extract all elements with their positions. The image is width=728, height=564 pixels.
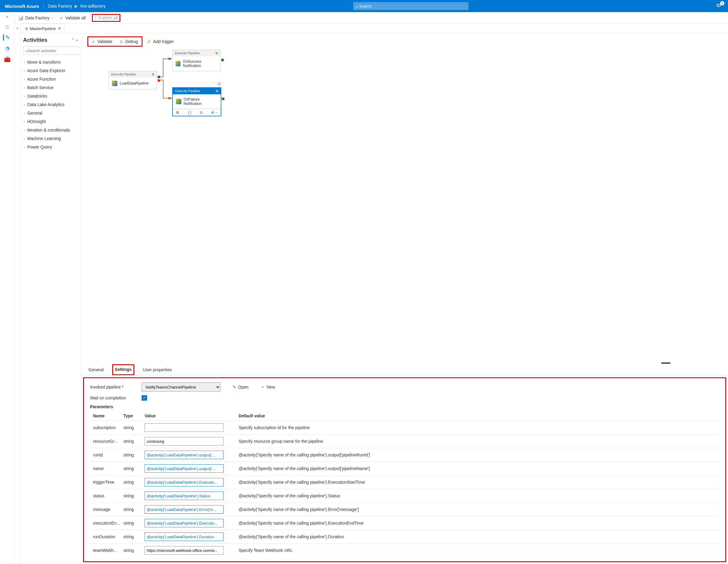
popout-icon[interactable]: ⧉ (216, 89, 218, 93)
param-value-input[interactable] (145, 437, 223, 445)
brand-label[interactable]: Microsoft Azure (5, 4, 39, 9)
breakpoint-marker[interactable] (218, 82, 221, 86)
new-pipeline-button[interactable]: ＋New (260, 384, 275, 390)
category-label: Databricks (27, 94, 47, 99)
tab-user-properties[interactable]: User properties (142, 364, 173, 375)
param-value-input[interactable] (145, 532, 223, 541)
check-icon: ✓ (60, 15, 63, 20)
failure-output-port[interactable] (158, 79, 160, 82)
breadcrumb-live-adfactory[interactable]: live-adfactory (80, 4, 106, 8)
validate-button[interactable]: ✓Validate (90, 38, 114, 45)
activity-category[interactable]: ›Machine Learning (23, 134, 79, 143)
popout-icon[interactable]: ⧉ (152, 72, 154, 76)
success-output-port[interactable] (158, 76, 160, 78)
activity-category[interactable]: ›Databricks (23, 92, 79, 100)
param-default: Specify subscription id for the pipeline (239, 425, 716, 430)
pipeline-canvas[interactable]: Execute Pipeline⧉ LoadDataPipeline Execu… (81, 50, 728, 364)
table-row: triggerTimestring@activity('Specify name… (90, 475, 719, 489)
node-onfailure[interactable]: Execute Pipeline⧉ OnFailure Notification… (172, 87, 221, 116)
tab-general[interactable]: General (87, 364, 105, 375)
param-value-input[interactable] (145, 464, 223, 473)
author-icon[interactable]: ✎ (3, 35, 10, 41)
factory-selector[interactable]: 📊 Data Factory ⌄ (18, 15, 54, 20)
category-label: Iteration & conditionals (27, 128, 70, 133)
code-icon[interactable]: { } (188, 110, 191, 115)
manage-icon[interactable]: 🧰 (4, 56, 10, 62)
tab-settings[interactable]: Settings (112, 364, 134, 375)
param-type: string (123, 521, 145, 525)
param-name: status (93, 493, 123, 498)
success-output-port[interactable] (222, 98, 224, 100)
table-row: resourceGr...stringSpecify resource grou… (90, 434, 719, 448)
canvas-toolbar: ✓Validate ▷Debug ⚡Add trigger (81, 33, 728, 50)
activity-category[interactable]: ›Power Query (23, 143, 79, 151)
param-default: @activity('Specify name of the calling p… (239, 480, 716, 485)
chevron-right-icon: › (24, 137, 25, 140)
debug-button[interactable]: ▷Debug (119, 38, 140, 45)
validate-all-button[interactable]: ✓ Validate all (60, 15, 86, 20)
search-icon: ⌕ (356, 4, 358, 8)
param-type: string (123, 452, 145, 457)
close-icon[interactable]: ✕ (58, 26, 61, 31)
param-name: teamWebh... (93, 548, 123, 553)
collapse-icons[interactable]: ˅ « (72, 38, 79, 42)
left-rail: » ⌂ ✎ ◔ 🧰 (0, 12, 15, 564)
breadcrumb-data-factory[interactable]: Data Factory (48, 4, 72, 8)
activity-category[interactable]: ›Iteration & conditionals (23, 126, 79, 134)
invoked-pipeline-select[interactable]: NotifyTeamsChannelPipeline (142, 382, 220, 391)
activity-category[interactable]: ›Azure Function (23, 75, 79, 83)
activity-category[interactable]: ›Data Lake Analytics (23, 100, 79, 109)
open-label: Open (238, 384, 248, 389)
node-onsuccess[interactable]: Execute Pipeline⧉ OnSuccess Notification (172, 50, 221, 71)
add-output-icon[interactable]: ⊕→ (211, 110, 218, 115)
connector-failure (159, 80, 172, 101)
activity-category[interactable]: ›Move & transform (23, 58, 79, 66)
activities-search[interactable]: ⌕ (23, 46, 79, 55)
param-value-input[interactable] (145, 492, 223, 500)
param-default: @activity('Specify name of the calling p… (239, 534, 716, 539)
global-search[interactable]: ⌕ (353, 2, 468, 10)
success-output-port[interactable] (221, 59, 224, 61)
param-value-input[interactable] (145, 451, 223, 459)
activity-category[interactable]: ›Azure Data Explorer (23, 66, 79, 75)
param-name: runId (93, 452, 123, 457)
param-value-input[interactable] (145, 423, 223, 432)
monitor-icon[interactable]: ◔ (4, 45, 10, 52)
notifications-button[interactable]: 1 (716, 2, 723, 10)
copy-icon[interactable]: ⧉ (200, 110, 203, 115)
node-loaddatapipeline[interactable]: Execute Pipeline⧉ LoadDataPipeline (109, 71, 157, 89)
category-label: Batch Service (27, 85, 53, 90)
delete-icon[interactable]: 🗑 (176, 110, 179, 115)
param-value-input[interactable] (145, 478, 223, 486)
tab-masterpipeline[interactable]: ⎗ MasterPipeline ✕ (22, 24, 65, 33)
expand-rail-icon[interactable]: » (6, 15, 8, 19)
activities-search-input[interactable] (28, 49, 79, 53)
param-type: string (123, 466, 145, 471)
expand-explorer-button[interactable]: » (15, 24, 21, 564)
open-pipeline-button[interactable]: ✎Open (233, 384, 248, 390)
param-value-input[interactable] (145, 546, 223, 555)
param-type: string (123, 425, 145, 430)
factory-toolbar: 📊 Data Factory ⌄ ✓ Validate all ⤴ Publis… (15, 12, 728, 24)
param-value-input[interactable] (145, 519, 223, 527)
activity-category[interactable]: ›HDInsight (23, 117, 79, 126)
check-icon: ✓ (92, 39, 96, 44)
activity-category[interactable]: ›General (23, 109, 79, 117)
search-input[interactable] (359, 4, 466, 8)
chevron-right-icon: › (24, 120, 25, 123)
param-default: @activity('Specify name of the calling p… (239, 452, 716, 457)
add-trigger-button[interactable]: ⚡Add trigger (144, 38, 176, 45)
publish-all-button[interactable]: ⤴ Publish all (92, 14, 121, 22)
edit-icon: ✎ (233, 384, 236, 389)
param-value-input[interactable] (145, 505, 223, 514)
panel-resize-handle[interactable] (661, 362, 670, 364)
param-type: string (123, 534, 145, 539)
param-default: @activity('Specify name of the calling p… (239, 507, 716, 512)
search-icon: ⌕ (25, 48, 28, 53)
activities-title: Activities (23, 37, 47, 43)
activity-category[interactable]: ›Batch Service (23, 83, 79, 92)
popout-icon[interactable]: ⧉ (216, 51, 218, 55)
col-name: Name (93, 413, 123, 418)
home-icon[interactable]: ⌂ (4, 24, 10, 30)
wait-on-completion-checkbox[interactable]: ✓ (142, 395, 147, 401)
